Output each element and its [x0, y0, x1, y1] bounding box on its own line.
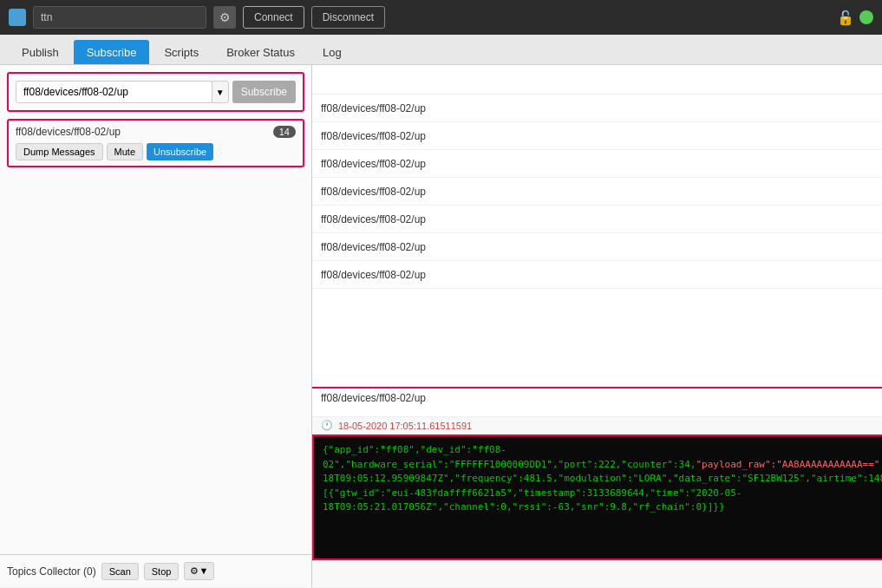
message-row[interactable]: ff08/devices/ff08-02/up 10 QoS 0	[312, 150, 882, 178]
detail-content[interactable]: {"app_id":"ff08","dev_id":"ff08-02","har…	[312, 434, 882, 560]
tab-subscribe[interactable]: Subscribe	[74, 40, 150, 64]
main-content: ▼ Subscribe ff08/devices/ff08-02/up 14 D…	[0, 65, 882, 587]
message-topic: ff08/devices/ff08-02/up	[321, 186, 426, 198]
detail-topic: ff08/devices/ff08-02/up	[321, 392, 426, 413]
message-topic: ff08/devices/ff08-02/up	[321, 241, 426, 253]
collector-options-button[interactable]: ⚙▼	[184, 562, 214, 580]
payload-raw-highlight: "payload_raw":"AA8AAAAAAAAAAA=="	[696, 459, 879, 470]
mute-button[interactable]: Mute	[107, 143, 143, 160]
message-row[interactable]: ff08/devices/ff08-02/up 13 QoS 0	[312, 233, 882, 261]
messages-list[interactable]: ff08/devices/ff08-02/up 8 QoS 0 ff08/dev…	[312, 95, 882, 387]
tab-log[interactable]: Log	[310, 40, 355, 64]
disconnect-button[interactable]: Disconnect	[311, 6, 385, 29]
subscription-header: ff08/devices/ff08-02/up 14	[16, 126, 296, 138]
topics-collector-label: Topics Collector (0)	[7, 565, 96, 578]
scan-button[interactable]: Scan	[101, 563, 139, 580]
right-footer: Payload decoded by Plain Text Decoder ▼	[312, 560, 882, 587]
message-detail: ff08/devices/ff08-02/up 14 QoS 0 🕐 18-05…	[312, 387, 882, 560]
timestamp-value: 18-05-2020 17:05:11.61511591	[338, 421, 472, 431]
message-topic: ff08/devices/ff08-02/up	[321, 213, 426, 225]
subscribe-button[interactable]: Subscribe	[232, 81, 296, 103]
title-bar: ⚙ Connect Disconnect 🔓	[0, 0, 882, 35]
detail-json: {"app_id":"ff08","dev_id":"ff08-02","har…	[323, 444, 882, 513]
connection-input[interactable]	[33, 6, 206, 29]
right-panel: QoS 0 QoS 1 QoS 2 Autoscroll ⚙▼ ff08/dev…	[312, 65, 882, 587]
subscription-item: ff08/devices/ff08-02/up 14 Dump Messages…	[7, 119, 304, 167]
app-logo	[9, 9, 26, 26]
topics-collector: Topics Collector (0) Scan Stop ⚙▼	[0, 554, 311, 587]
connect-button[interactable]: Connect	[243, 6, 304, 29]
tab-publish[interactable]: Publish	[9, 40, 72, 64]
message-row[interactable]: ff08/devices/ff08-02/up 11 QoS 0	[312, 178, 882, 206]
left-panel: ▼ Subscribe ff08/devices/ff08-02/up 14 D…	[0, 65, 312, 587]
message-topic: ff08/devices/ff08-02/up	[321, 102, 426, 114]
message-count-badge: 14	[273, 126, 296, 138]
subscription-topic: ff08/devices/ff08-02/up	[16, 126, 121, 138]
status-indicator	[859, 10, 873, 24]
detail-header: ff08/devices/ff08-02/up 14 QoS 0	[312, 389, 882, 417]
tab-broker-status[interactable]: Broker Status	[213, 40, 308, 64]
topic-dropdown-arrow[interactable]: ▼	[212, 81, 229, 103]
timestamp-icon: 🕐	[321, 420, 333, 431]
message-topic: ff08/devices/ff08-02/up	[321, 269, 426, 281]
message-topic: ff08/devices/ff08-02/up	[321, 130, 426, 142]
unsubscribe-button[interactable]: Unsubscribe	[147, 143, 213, 160]
topic-input[interactable]	[16, 81, 212, 103]
message-row[interactable]: ff08/devices/ff08-02/up 14 QoS 0	[312, 261, 882, 289]
message-topic: ff08/devices/ff08-02/up	[321, 158, 426, 170]
message-row[interactable]: ff08/devices/ff08-02/up 9 QoS 0	[312, 122, 882, 150]
tab-scripts[interactable]: Scripts	[151, 40, 212, 64]
message-row[interactable]: ff08/devices/ff08-02/up 12 QoS 0	[312, 206, 882, 233]
detail-timestamp: 🕐 18-05-2020 17:05:11.61511591	[312, 417, 882, 434]
message-row[interactable]: ff08/devices/ff08-02/up 8 QoS 0	[312, 95, 882, 122]
stop-button[interactable]: Stop	[144, 563, 180, 580]
subscription-actions: Dump Messages Mute Unsubscribe	[16, 143, 296, 160]
subscribe-input-row: ▼ Subscribe	[7, 72, 304, 112]
tab-bar: Publish Subscribe Scripts Broker Status …	[0, 35, 882, 65]
lock-icon: 🔓	[837, 10, 854, 26]
settings-icon[interactable]: ⚙	[213, 6, 236, 29]
qos-bar: QoS 0 QoS 1 QoS 2 Autoscroll ⚙▼	[312, 65, 882, 95]
dump-messages-button[interactable]: Dump Messages	[16, 143, 103, 160]
